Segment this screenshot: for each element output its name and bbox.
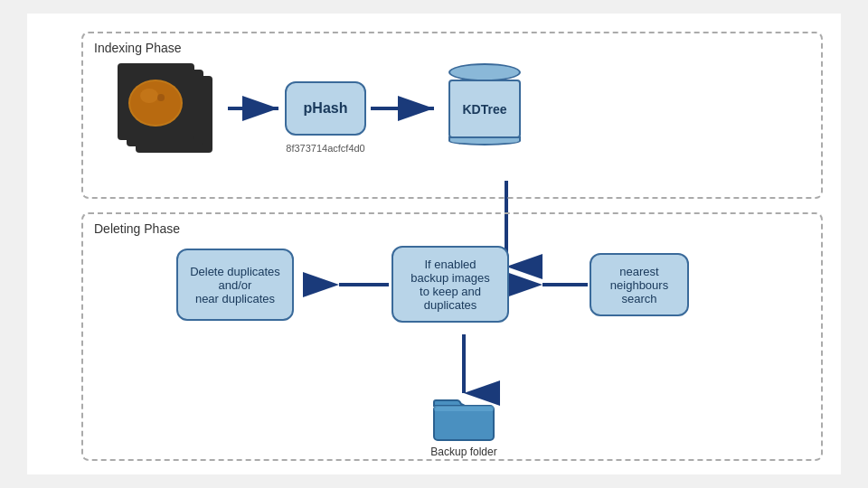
backup-check-label: If enabled backup images to keep and dup…: [410, 258, 489, 312]
cylinder-body: KDTree: [448, 80, 521, 138]
nearest-label: nearest neighbours search: [610, 265, 668, 305]
phash-label: pHash: [304, 100, 348, 117]
potato-stack: [118, 63, 217, 154]
kdtree-label: KDTree: [462, 102, 506, 117]
kdtree-node: KDTree: [448, 63, 521, 145]
backup-check-node: If enabled backup images to keep and dup…: [392, 246, 509, 323]
diagram-container: Indexing Phase Deleting Phase: [27, 14, 841, 474]
phash-node: pHash: [285, 81, 366, 136]
deleting-phase-label: Deleting Phase: [94, 221, 180, 236]
indexing-phase-label: Indexing Phase: [94, 41, 182, 55]
folder-icon: [432, 393, 495, 446]
backup-folder-label: Backup folder: [423, 446, 505, 458]
svg-rect-21: [434, 406, 494, 411]
delete-node: Delete duplicates and/or near duplicates: [176, 249, 294, 321]
svg-point-18: [140, 89, 158, 103]
delete-label: Delete duplicates and/or near duplicates: [190, 265, 280, 305]
cylinder-top: [448, 63, 521, 81]
nearest-node: nearest neighbours search: [590, 253, 689, 316]
svg-point-19: [157, 94, 165, 101]
hash-value: 8f373714acfcf4d0: [285, 143, 366, 154]
svg-point-17: [130, 81, 181, 125]
